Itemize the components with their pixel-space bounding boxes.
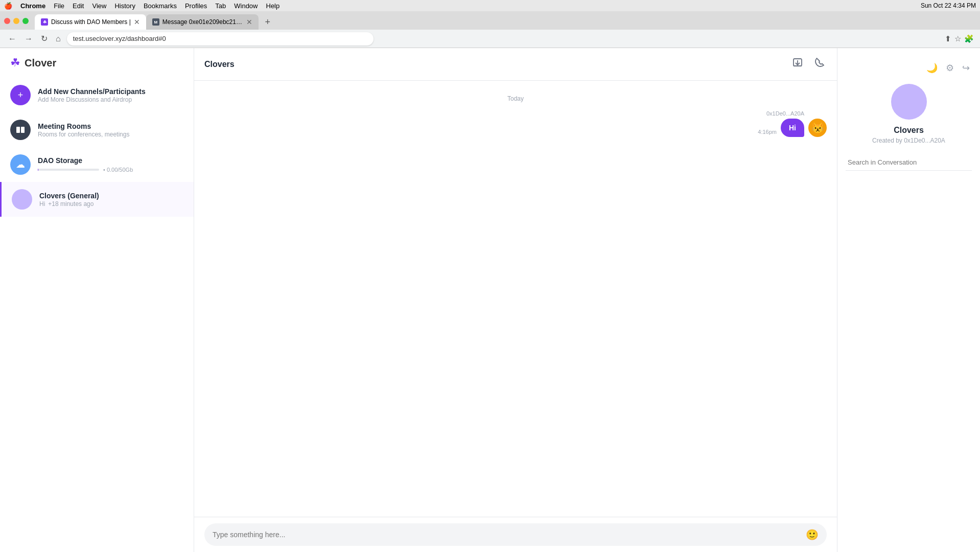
- menu-bar-datetime: Sun Oct 22 4:34 PM: [921, 2, 976, 9]
- address-input[interactable]: [67, 32, 374, 45]
- app-layout: ☘ Clover + Add New Channels/Participants…: [0, 48, 980, 552]
- sidebar-item-storage[interactable]: ☁ DAO Storage • 0.00/50Gb: [0, 147, 194, 182]
- clovers-time: +18 minutes ago: [48, 200, 94, 208]
- message-time: 4:16pm: [758, 129, 777, 135]
- menu-file[interactable]: File: [54, 2, 64, 10]
- window-maximize[interactable]: [22, 18, 29, 24]
- storage-usage-row: • 0.00/50Gb: [38, 167, 133, 173]
- dao-storage-title: DAO Storage: [38, 156, 133, 165]
- tab2-favicon: M: [152, 18, 159, 26]
- storage-bar-fill: [38, 169, 38, 171]
- svg-rect-0: [16, 127, 20, 133]
- extensions-icon[interactable]: 🧩: [964, 34, 974, 43]
- svg-rect-1: [21, 127, 25, 133]
- clovers-info: Clovers (General) Hi +18 minutes ago: [39, 192, 99, 208]
- clover-logo-text: Clover: [25, 57, 56, 69]
- address-bar: ← → ↻ ⌂ ⬆ ☆ 🧩: [0, 30, 980, 48]
- message-bubble: Hi: [781, 119, 804, 137]
- storage-bar-background: [38, 169, 99, 171]
- bookmark-star-icon[interactable]: ☆: [954, 34, 961, 43]
- call-icon[interactable]: [811, 55, 827, 73]
- apple-menu[interactable]: 🍎: [4, 2, 12, 10]
- clover-logo-icon: ☘: [10, 56, 20, 70]
- chat-title: Clovers: [204, 60, 790, 69]
- chat-input[interactable]: [213, 531, 806, 539]
- chat-input-area: 🙂: [194, 517, 837, 552]
- sidebar: ☘ Clover + Add New Channels/Participants…: [0, 48, 194, 552]
- channel-avatar: [891, 84, 927, 120]
- moon-icon[interactable]: 🌙: [924, 60, 940, 76]
- message-row: 0x1De0...A20A 4:16pm Hi 😾: [204, 110, 827, 137]
- reload-button[interactable]: ↻: [39, 32, 50, 45]
- tab1-close[interactable]: ✕: [134, 18, 140, 26]
- menu-view[interactable]: View: [92, 2, 106, 10]
- settings-icon[interactable]: ⚙: [944, 60, 956, 76]
- dao-storage-icon: ☁: [10, 154, 31, 175]
- clovers-title: Clovers (General): [39, 192, 99, 200]
- main-chat: Clovers Today: [194, 48, 837, 552]
- channel-name: Clovers: [894, 126, 924, 135]
- meeting-rooms-subtitle: Rooms for conferences, meetings: [38, 131, 129, 138]
- tab1-title: Discuss with DAO Members |: [51, 18, 131, 26]
- menu-bar: 🍎 Chrome File Edit View History Bookmark…: [0, 0, 980, 11]
- storage-text: • 0.00/50Gb: [103, 167, 133, 173]
- add-channels-subtitle: Add More Discussions and Airdrop: [38, 96, 146, 103]
- traffic-lights: [4, 18, 29, 24]
- menu-bookmarks[interactable]: Bookmarks: [144, 2, 177, 10]
- menu-edit[interactable]: Edit: [73, 2, 84, 10]
- date-divider: Today: [204, 95, 827, 102]
- home-button[interactable]: ⌂: [54, 32, 63, 45]
- menu-profiles[interactable]: Profiles: [185, 2, 207, 10]
- window-close[interactable]: [4, 18, 10, 24]
- tab1-favicon: ☘: [41, 18, 48, 26]
- menu-chrome[interactable]: Chrome: [20, 2, 45, 10]
- right-panel: 🌙 ⚙ ↪ Clovers Created by 0x1De0...A20A: [837, 48, 980, 552]
- add-channels-info: Add New Channels/Participants Add More D…: [38, 87, 146, 103]
- chat-input-wrapper: 🙂: [204, 523, 827, 546]
- message-meta: 0x1De0...A20A: [766, 110, 804, 117]
- menu-window[interactable]: Window: [234, 2, 258, 10]
- clovers-avatar-icon: [12, 189, 32, 210]
- chat-actions: [790, 55, 827, 73]
- clovers-last-message: Hi: [39, 200, 45, 208]
- sidebar-item-meeting[interactable]: Meeting Rooms Rooms for conferences, mee…: [0, 112, 194, 147]
- menu-help[interactable]: Help: [266, 2, 280, 10]
- window-minimize[interactable]: [13, 18, 19, 24]
- sidebar-header: ☘ Clover: [0, 48, 194, 78]
- add-channels-icon: +: [10, 85, 31, 105]
- download-icon[interactable]: [790, 55, 805, 73]
- menu-tab[interactable]: Tab: [215, 2, 226, 10]
- address-right-icons: ⬆ ☆ 🧩: [945, 34, 974, 43]
- menu-history[interactable]: History: [114, 2, 135, 10]
- emoji-button[interactable]: 🙂: [806, 528, 819, 541]
- add-channels-title: Add New Channels/Participants: [38, 87, 146, 96]
- back-button[interactable]: ←: [6, 32, 18, 45]
- chat-header: Clovers: [194, 48, 837, 81]
- message-avatar: 😾: [808, 119, 827, 137]
- browser-chrome: ☘ Discuss with DAO Members | ✕ M Message…: [0, 11, 980, 48]
- tab2-close[interactable]: ✕: [246, 18, 252, 26]
- meeting-rooms-title: Meeting Rooms: [38, 122, 129, 130]
- channel-created-by: Created by 0x1De0...A20A: [872, 137, 945, 144]
- chat-messages: Today 0x1De0...A20A 4:16pm Hi 😾: [194, 81, 837, 517]
- forward-button[interactable]: →: [22, 32, 35, 45]
- sidebar-item-add[interactable]: + Add New Channels/Participants Add More…: [0, 78, 194, 112]
- logout-icon[interactable]: ↪: [960, 60, 972, 76]
- tab-bar: ☘ Discuss with DAO Members | ✕ M Message…: [0, 11, 980, 30]
- new-tab-button[interactable]: +: [261, 15, 275, 29]
- message-sender-info: 0x1De0...A20A 4:16pm Hi: [758, 110, 804, 137]
- sidebar-item-clovers[interactable]: Clovers (General) Hi +18 minutes ago: [0, 182, 194, 217]
- meeting-rooms-icon: [10, 120, 31, 140]
- tab-2[interactable]: M Message 0xe01e209ebc2195... ✕: [146, 14, 259, 30]
- tab-1[interactable]: ☘ Discuss with DAO Members | ✕: [35, 14, 146, 30]
- dao-storage-info: DAO Storage • 0.00/50Gb: [38, 156, 133, 173]
- meeting-rooms-info: Meeting Rooms Rooms for conferences, mee…: [38, 122, 129, 138]
- share-icon[interactable]: ⬆: [945, 34, 951, 43]
- tab2-title: Message 0xe01e209ebc2195...: [162, 18, 243, 26]
- search-conversation-input[interactable]: [846, 154, 972, 171]
